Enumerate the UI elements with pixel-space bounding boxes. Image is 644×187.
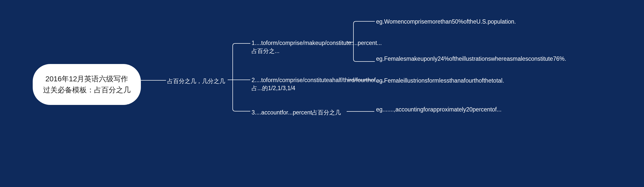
level3-label-3: eg.......,accountingforapproximately20pe…	[376, 106, 502, 113]
root-node[interactable]: 2016年12月英语六级写作过关必备模板：占百分之几	[33, 64, 141, 105]
level3-label-1b: eg.Femalesmakeuponly24%oftheillustration…	[376, 55, 566, 62]
level3-node-3[interactable]: eg.......,accountingforapproximately20pe…	[376, 105, 474, 113]
bracket-level1	[228, 41, 250, 113]
level3-label-2: eg.Femaleillustrionsformlessthanafourtho…	[376, 77, 504, 84]
connector	[141, 80, 166, 81]
level3-node-1a[interactable]: eg.Womencomprisemorethan50%oftheU.S.popu…	[376, 18, 474, 26]
level3-label-1a: eg.Womencomprisemorethan50%oftheU.S.popu…	[376, 18, 516, 25]
level1-label: 占百分之几，几分之几	[167, 78, 225, 84]
connector	[347, 80, 375, 80]
connector	[347, 111, 374, 112]
root-title: 2016年12月英语六级写作过关必备模板：占百分之几	[43, 75, 131, 94]
level2-node-1[interactable]: 1....toform/comprise/makeup/constitute..…	[252, 39, 345, 55]
level2-node-3[interactable]: 3....accountfor...percent占百分之几	[252, 108, 345, 116]
level2-label-3: 3....accountfor...percent占百分之几	[252, 109, 341, 116]
level2-node-2[interactable]: 2....toform/comprise/constituteahalf/thi…	[252, 76, 345, 92]
level2-label-2: 2....toform/comprise/constituteahalf/thi…	[252, 77, 385, 91]
level1-node[interactable]: 占百分之几，几分之几	[167, 77, 225, 85]
level3-node-2[interactable]: eg.Femaleillustrionsformlessthanafourtho…	[376, 77, 474, 85]
level3-node-1b[interactable]: eg.Femalesmakeuponly24%oftheillustration…	[376, 55, 474, 63]
bracket-level2-1	[347, 20, 375, 63]
